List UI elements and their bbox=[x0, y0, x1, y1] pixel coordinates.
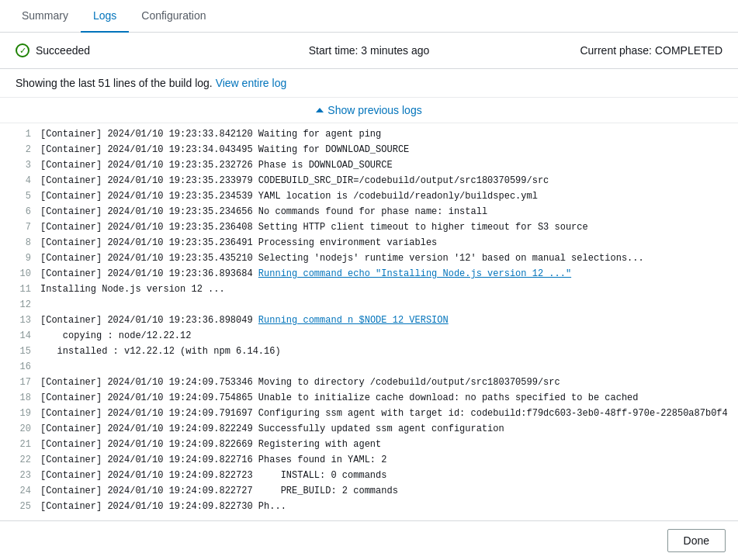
line-content: installed : v12.22.12 (with npm 6.14.16) bbox=[40, 344, 729, 358]
chevron-up-icon bbox=[316, 108, 324, 112]
line-content: [Container] 2024/01/10 19:24:09.822727 P… bbox=[40, 484, 729, 498]
status-current-phase: Current phase: COMPLETED bbox=[487, 44, 722, 57]
line-content: [Container] 2024/01/10 19:24:09.822723 I… bbox=[40, 468, 729, 482]
tab-configuration[interactable]: Configuration bbox=[129, 0, 218, 33]
status-succeeded: ✓ Succeeded bbox=[16, 43, 251, 57]
log-line: 22[Container] 2024/01/10 19:24:09.822716… bbox=[0, 452, 738, 468]
log-line: 12 bbox=[0, 297, 738, 313]
log-line: 4[Container] 2024/01/10 19:23:35.233979 … bbox=[0, 173, 738, 188]
log-line: 10[Container] 2024/01/10 19:23:36.893684… bbox=[0, 266, 738, 282]
log-line: 19[Container] 2024/01/10 19:24:09.791697… bbox=[0, 406, 738, 421]
line-number: 2 bbox=[9, 143, 31, 157]
line-content: [Container] 2024/01/10 19:23:34.043495 W… bbox=[40, 143, 729, 157]
line-content: [Container] 2024/01/10 19:23:35.435210 S… bbox=[40, 251, 729, 265]
tabs-bar: Summary Logs Configuration bbox=[0, 0, 738, 33]
log-line: 15 installed : v12.22.12 (with npm 6.14.… bbox=[0, 344, 738, 359]
line-number: 5 bbox=[9, 189, 31, 203]
log-line: 17[Container] 2024/01/10 19:24:09.753346… bbox=[0, 375, 738, 390]
view-entire-log-link[interactable]: View entire log bbox=[216, 77, 287, 89]
modal-container: Summary Logs Configuration ✓ Succeeded S… bbox=[0, 0, 738, 560]
log-line: 25[Container] 2024/01/10 19:24:09.822730… bbox=[0, 499, 738, 514]
line-number: 8 bbox=[9, 236, 31, 250]
line-number: 3 bbox=[9, 158, 31, 172]
check-icon: ✓ bbox=[16, 43, 29, 57]
log-info-text: Showing the last 51 lines of the build l… bbox=[16, 77, 213, 89]
log-info-bar: Showing the last 51 lines of the build l… bbox=[0, 69, 738, 98]
log-link[interactable]: Running command echo "Installing Node.js… bbox=[258, 268, 571, 279]
log-line: 24[Container] 2024/01/10 19:24:09.822727… bbox=[0, 483, 738, 499]
line-number: 17 bbox=[9, 375, 31, 389]
log-line: 2[Container] 2024/01/10 19:23:34.043495 … bbox=[0, 142, 738, 157]
log-line: 13[Container] 2024/01/10 19:23:36.898049… bbox=[0, 313, 738, 328]
line-number: 11 bbox=[9, 282, 31, 296]
line-content: [Container] 2024/01/10 19:23:35.233979 C… bbox=[40, 174, 729, 188]
line-number: 9 bbox=[9, 251, 31, 265]
log-line: 20[Container] 2024/01/10 19:24:09.822249… bbox=[0, 421, 738, 437]
line-content: [Container] 2024/01/10 19:23:35.236408 S… bbox=[40, 220, 729, 234]
line-number: 10 bbox=[9, 267, 31, 281]
line-content: [Container] 2024/01/10 19:24:09.791697 C… bbox=[40, 406, 729, 420]
tab-summary[interactable]: Summary bbox=[9, 0, 81, 33]
line-content: [Container] 2024/01/10 19:23:36.898049 R… bbox=[40, 313, 729, 327]
line-number: 7 bbox=[9, 220, 31, 234]
line-content bbox=[40, 360, 729, 374]
line-content: [Container] 2024/01/10 19:23:33.842120 W… bbox=[40, 127, 729, 141]
footer-bar: Done bbox=[0, 520, 738, 560]
line-content: Installing Node.js version 12 ... bbox=[40, 282, 729, 296]
log-line: 8[Container] 2024/01/10 19:23:35.236491 … bbox=[0, 235, 738, 251]
line-content: [Container] 2024/01/10 19:24:09.822730 P… bbox=[40, 500, 729, 513]
line-content: [Container] 2024/01/10 19:24:09.822669 R… bbox=[40, 437, 729, 451]
log-line: 14 copying : node/12.22.12 bbox=[0, 328, 738, 344]
line-content: [Container] 2024/01/10 19:24:09.754865 U… bbox=[40, 391, 729, 405]
line-number: 18 bbox=[9, 391, 31, 405]
status-start-time: Start time: 3 minutes ago bbox=[251, 44, 487, 57]
line-content: [Container] 2024/01/10 19:23:35.234656 N… bbox=[40, 205, 729, 219]
line-content: [Container] 2024/01/10 19:23:35.234539 Y… bbox=[40, 189, 729, 203]
log-line: 9[Container] 2024/01/10 19:23:35.435210 … bbox=[0, 251, 738, 266]
tab-logs[interactable]: Logs bbox=[81, 0, 129, 33]
log-line: 7[Container] 2024/01/10 19:23:35.236408 … bbox=[0, 220, 738, 235]
log-lines-container: 1[Container] 2024/01/10 19:23:33.842120 … bbox=[0, 123, 738, 520]
log-line: 18[Container] 2024/01/10 19:24:09.754865… bbox=[0, 390, 738, 406]
line-number: 13 bbox=[9, 313, 31, 327]
line-number: 25 bbox=[9, 500, 31, 513]
line-content: copying : node/12.22.12 bbox=[40, 329, 729, 343]
log-line: 23[Container] 2024/01/10 19:24:09.822723… bbox=[0, 468, 738, 483]
log-line: 11Installing Node.js version 12 ... bbox=[0, 282, 738, 297]
log-line: 1[Container] 2024/01/10 19:23:33.842120 … bbox=[0, 126, 738, 142]
start-time-label: Start time: 3 minutes ago bbox=[309, 44, 430, 57]
line-number: 14 bbox=[9, 329, 31, 343]
line-content bbox=[40, 298, 729, 312]
log-line: 16 bbox=[0, 359, 738, 375]
line-number: 22 bbox=[9, 453, 31, 467]
line-content: [Container] 2024/01/10 19:24:09.753346 M… bbox=[40, 375, 729, 389]
status-succeeded-label: Succeeded bbox=[36, 44, 90, 57]
line-number: 6 bbox=[9, 205, 31, 219]
line-number: 1 bbox=[9, 127, 31, 141]
log-link[interactable]: Running command n $NODE_12_VERSION bbox=[258, 315, 449, 326]
line-number: 15 bbox=[9, 344, 31, 358]
line-number: 16 bbox=[9, 360, 31, 374]
current-phase-label: Current phase: COMPLETED bbox=[580, 44, 722, 57]
line-content: [Container] 2024/01/10 19:23:35.232726 P… bbox=[40, 158, 729, 172]
log-line: 3[Container] 2024/01/10 19:23:35.232726 … bbox=[0, 157, 738, 173]
show-previous-button[interactable]: Show previous logs bbox=[316, 104, 421, 116]
line-content: [Container] 2024/01/10 19:23:35.236491 P… bbox=[40, 236, 729, 250]
status-bar: ✓ Succeeded Start time: 3 minutes ago Cu… bbox=[0, 33, 738, 69]
log-line: 5[Container] 2024/01/10 19:23:35.234539 … bbox=[0, 188, 738, 204]
log-line: 21[Container] 2024/01/10 19:24:09.822669… bbox=[0, 437, 738, 452]
log-content-area: Show previous logs 1[Container] 2024/01/… bbox=[0, 98, 738, 520]
line-content: [Container] 2024/01/10 19:24:09.822249 S… bbox=[40, 422, 729, 436]
line-number: 24 bbox=[9, 484, 31, 498]
line-content: [Container] 2024/01/10 19:23:36.893684 R… bbox=[40, 267, 729, 281]
line-number: 21 bbox=[9, 437, 31, 451]
show-previous-bar: Show previous logs bbox=[0, 98, 738, 123]
line-number: 19 bbox=[9, 406, 31, 420]
line-content: [Container] 2024/01/10 19:24:09.822716 P… bbox=[40, 453, 729, 467]
line-number: 4 bbox=[9, 174, 31, 188]
log-line: 6[Container] 2024/01/10 19:23:35.234656 … bbox=[0, 204, 738, 220]
line-number: 23 bbox=[9, 468, 31, 482]
line-number: 20 bbox=[9, 422, 31, 436]
line-number: 12 bbox=[9, 298, 31, 312]
done-button[interactable]: Done bbox=[667, 529, 726, 552]
